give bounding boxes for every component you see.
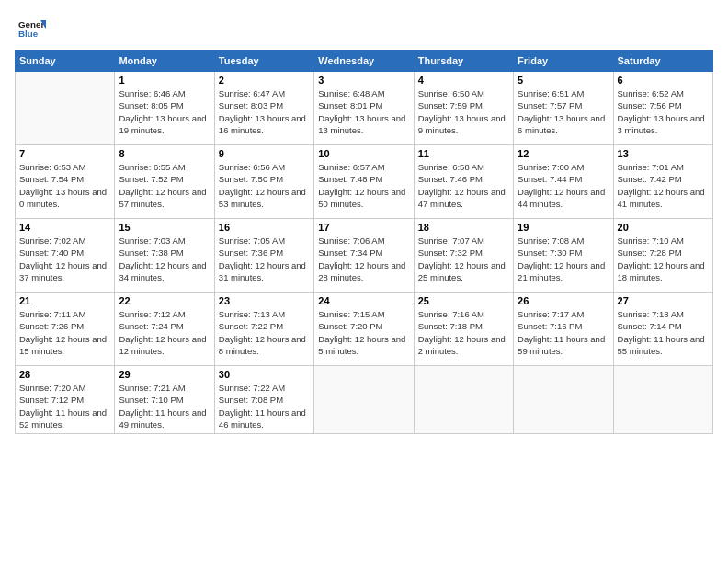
day-info: Sunrise: 7:10 AMSunset: 7:28 PMDaylight:… xyxy=(618,235,709,283)
day-number: 26 xyxy=(518,295,609,306)
day-info: Sunrise: 7:03 AMSunset: 7:38 PMDaylight:… xyxy=(119,235,210,283)
day-number: 30 xyxy=(219,369,310,380)
day-number: 1 xyxy=(119,75,210,86)
day-info: Sunrise: 6:57 AMSunset: 7:48 PMDaylight:… xyxy=(318,161,409,210)
calendar-cell: 28Sunrise: 7:20 AMSunset: 7:12 PMDayligh… xyxy=(16,366,115,434)
logo: General Blue xyxy=(15,15,46,42)
day-info: Sunrise: 7:16 AMSunset: 7:18 PMDaylight:… xyxy=(418,308,509,357)
day-info: Sunrise: 6:52 AMSunset: 7:56 PMDaylight:… xyxy=(618,87,709,136)
day-number: 22 xyxy=(119,295,210,306)
day-info: Sunrise: 7:20 AMSunset: 7:12 PMDaylight:… xyxy=(19,382,110,431)
day-number: 23 xyxy=(219,295,310,306)
day-number: 9 xyxy=(219,148,310,159)
day-info: Sunrise: 7:15 AMSunset: 7:20 PMDaylight:… xyxy=(318,308,409,357)
day-info: Sunrise: 6:48 AMSunset: 8:01 PMDaylight:… xyxy=(318,87,409,136)
weekday-header-monday: Monday xyxy=(115,51,214,72)
day-number: 14 xyxy=(19,222,110,233)
day-info: Sunrise: 7:02 AMSunset: 7:40 PMDaylight:… xyxy=(19,235,110,283)
day-number: 3 xyxy=(318,75,409,86)
calendar-cell: 9Sunrise: 6:56 AMSunset: 7:50 PMDaylight… xyxy=(214,145,313,219)
day-number: 19 xyxy=(518,222,609,233)
day-info: Sunrise: 7:17 AMSunset: 7:16 PMDaylight:… xyxy=(518,308,609,357)
calendar-cell xyxy=(16,72,115,145)
week-row-3: 21Sunrise: 7:11 AMSunset: 7:26 PMDayligh… xyxy=(16,293,713,366)
calendar-cell: 22Sunrise: 7:12 AMSunset: 7:24 PMDayligh… xyxy=(115,293,214,366)
day-number: 7 xyxy=(19,148,110,159)
day-number: 8 xyxy=(119,148,210,159)
calendar-cell: 16Sunrise: 7:05 AMSunset: 7:36 PMDayligh… xyxy=(214,219,313,293)
weekday-header-thursday: Thursday xyxy=(414,51,513,72)
calendar-cell: 12Sunrise: 7:00 AMSunset: 7:44 PMDayligh… xyxy=(514,145,613,219)
day-info: Sunrise: 7:21 AMSunset: 7:10 PMDaylight:… xyxy=(119,382,210,431)
calendar-cell: 25Sunrise: 7:16 AMSunset: 7:18 PMDayligh… xyxy=(414,293,513,366)
calendar-cell: 27Sunrise: 7:18 AMSunset: 7:14 PMDayligh… xyxy=(613,293,712,366)
calendar-cell: 24Sunrise: 7:15 AMSunset: 7:20 PMDayligh… xyxy=(314,293,414,366)
day-number: 29 xyxy=(119,369,210,380)
day-info: Sunrise: 6:51 AMSunset: 7:57 PMDaylight:… xyxy=(518,87,609,136)
day-info: Sunrise: 7:00 AMSunset: 7:44 PMDaylight:… xyxy=(518,161,609,210)
day-number: 16 xyxy=(219,222,310,233)
week-row-4: 28Sunrise: 7:20 AMSunset: 7:12 PMDayligh… xyxy=(16,366,713,434)
day-number: 13 xyxy=(618,148,709,159)
calendar-cell: 21Sunrise: 7:11 AMSunset: 7:26 PMDayligh… xyxy=(16,293,115,366)
calendar-cell: 8Sunrise: 6:55 AMSunset: 7:52 PMDaylight… xyxy=(115,145,214,219)
calendar-cell: 4Sunrise: 6:50 AMSunset: 7:59 PMDaylight… xyxy=(414,72,513,145)
weekday-header-sunday: Sunday xyxy=(16,51,115,72)
calendar-cell: 14Sunrise: 7:02 AMSunset: 7:40 PMDayligh… xyxy=(16,219,115,293)
calendar: SundayMondayTuesdayWednesdayThursdayFrid… xyxy=(15,50,713,434)
day-info: Sunrise: 6:53 AMSunset: 7:54 PMDaylight:… xyxy=(19,161,110,210)
calendar-cell: 20Sunrise: 7:10 AMSunset: 7:28 PMDayligh… xyxy=(613,219,712,293)
page: General Blue SundayMondayTuesdayWednesda… xyxy=(0,0,728,563)
day-info: Sunrise: 7:08 AMSunset: 7:30 PMDaylight:… xyxy=(518,235,609,283)
weekday-header-saturday: Saturday xyxy=(613,51,712,72)
day-info: Sunrise: 6:47 AMSunset: 8:03 PMDaylight:… xyxy=(219,87,310,136)
week-row-2: 14Sunrise: 7:02 AMSunset: 7:40 PMDayligh… xyxy=(16,219,713,293)
day-number: 10 xyxy=(318,148,409,159)
day-number: 17 xyxy=(318,222,409,233)
day-number: 18 xyxy=(418,222,509,233)
calendar-cell: 10Sunrise: 6:57 AMSunset: 7:48 PMDayligh… xyxy=(314,145,414,219)
calendar-cell: 15Sunrise: 7:03 AMSunset: 7:38 PMDayligh… xyxy=(115,219,214,293)
calendar-cell: 7Sunrise: 6:53 AMSunset: 7:54 PMDaylight… xyxy=(16,145,115,219)
calendar-cell: 30Sunrise: 7:22 AMSunset: 7:08 PMDayligh… xyxy=(214,366,313,434)
calendar-cell: 5Sunrise: 6:51 AMSunset: 7:57 PMDaylight… xyxy=(514,72,613,145)
calendar-cell: 23Sunrise: 7:13 AMSunset: 7:22 PMDayligh… xyxy=(214,293,313,366)
day-info: Sunrise: 6:50 AMSunset: 7:59 PMDaylight:… xyxy=(418,87,509,136)
calendar-cell: 19Sunrise: 7:08 AMSunset: 7:30 PMDayligh… xyxy=(514,219,613,293)
weekday-header-row: SundayMondayTuesdayWednesdayThursdayFrid… xyxy=(16,51,713,72)
calendar-cell xyxy=(514,366,613,434)
calendar-cell: 13Sunrise: 7:01 AMSunset: 7:42 PMDayligh… xyxy=(613,145,712,219)
day-info: Sunrise: 7:18 AMSunset: 7:14 PMDaylight:… xyxy=(618,308,709,357)
header: General Blue xyxy=(15,15,713,42)
week-row-1: 7Sunrise: 6:53 AMSunset: 7:54 PMDaylight… xyxy=(16,145,713,219)
calendar-cell xyxy=(314,366,414,434)
weekday-header-friday: Friday xyxy=(514,51,613,72)
day-info: Sunrise: 6:55 AMSunset: 7:52 PMDaylight:… xyxy=(119,161,210,210)
day-info: Sunrise: 7:06 AMSunset: 7:34 PMDaylight:… xyxy=(318,235,409,283)
day-number: 5 xyxy=(518,75,609,86)
calendar-cell: 11Sunrise: 6:58 AMSunset: 7:46 PMDayligh… xyxy=(414,145,513,219)
day-info: Sunrise: 6:56 AMSunset: 7:50 PMDaylight:… xyxy=(219,161,310,210)
day-info: Sunrise: 6:58 AMSunset: 7:46 PMDaylight:… xyxy=(418,161,509,210)
day-number: 6 xyxy=(618,75,709,86)
calendar-cell xyxy=(414,366,513,434)
day-info: Sunrise: 7:05 AMSunset: 7:36 PMDaylight:… xyxy=(219,235,310,283)
day-info: Sunrise: 7:07 AMSunset: 7:32 PMDaylight:… xyxy=(418,235,509,283)
day-number: 11 xyxy=(418,148,509,159)
day-number: 20 xyxy=(618,222,709,233)
day-number: 28 xyxy=(19,369,110,380)
calendar-cell: 2Sunrise: 6:47 AMSunset: 8:03 PMDaylight… xyxy=(214,72,313,145)
day-number: 25 xyxy=(418,295,509,306)
day-number: 27 xyxy=(618,295,709,306)
svg-text:Blue: Blue xyxy=(18,29,39,39)
calendar-cell: 1Sunrise: 6:46 AMSunset: 8:05 PMDaylight… xyxy=(115,72,214,145)
day-info: Sunrise: 7:22 AMSunset: 7:08 PMDaylight:… xyxy=(219,382,310,431)
week-row-0: 1Sunrise: 6:46 AMSunset: 8:05 PMDaylight… xyxy=(16,72,713,145)
day-info: Sunrise: 7:12 AMSunset: 7:24 PMDaylight:… xyxy=(119,308,210,357)
day-number: 12 xyxy=(518,148,609,159)
day-number: 4 xyxy=(418,75,509,86)
weekday-header-tuesday: Tuesday xyxy=(214,51,313,72)
calendar-cell: 26Sunrise: 7:17 AMSunset: 7:16 PMDayligh… xyxy=(514,293,613,366)
weekday-header-wednesday: Wednesday xyxy=(314,51,414,72)
day-info: Sunrise: 6:46 AMSunset: 8:05 PMDaylight:… xyxy=(119,87,210,136)
